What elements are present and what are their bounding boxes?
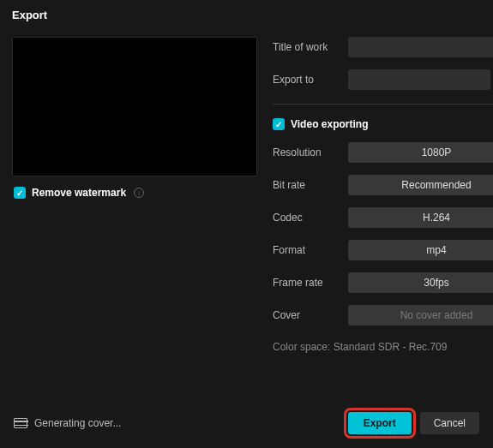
cancel-button[interactable]: Cancel [420,412,479,434]
window-title: Export [0,0,493,30]
title-of-work-label: Title of work [273,41,340,53]
remove-watermark-checkbox[interactable]: ✓ [14,187,26,199]
format-select[interactable]: mp4 [348,240,493,260]
codec-label: Codec [273,212,340,224]
cover-button[interactable]: No cover added [348,305,493,326]
info-icon[interactable]: i [134,188,144,198]
remove-watermark-label: Remove watermark [32,187,126,199]
export-button[interactable]: Export [348,412,412,434]
title-of-work-input[interactable] [348,37,493,57]
video-exporting-checkbox[interactable]: ✓ [273,118,285,130]
cover-label: Cover [273,309,340,321]
film-icon [14,418,27,428]
format-label: Format [273,244,340,256]
video-exporting-label: Video exporting [291,118,368,130]
resolution-select[interactable]: 1080P [348,142,493,163]
resolution-label: Resolution [273,146,340,158]
generating-cover-status: Generating cover... [34,417,121,429]
export-to-input[interactable] [348,69,490,90]
divider [273,104,493,105]
framerate-label: Frame rate [273,277,340,289]
codec-select[interactable]: H.264 [348,207,493,228]
bitrate-select[interactable]: Recommended [348,175,493,195]
video-preview [12,37,257,176]
export-to-label: Export to [273,74,340,86]
color-space-info: Color space: Standard SDR - Rec.709 [273,341,493,353]
bitrate-label: Bit rate [273,179,340,191]
framerate-select[interactable]: 30fps [348,272,493,293]
